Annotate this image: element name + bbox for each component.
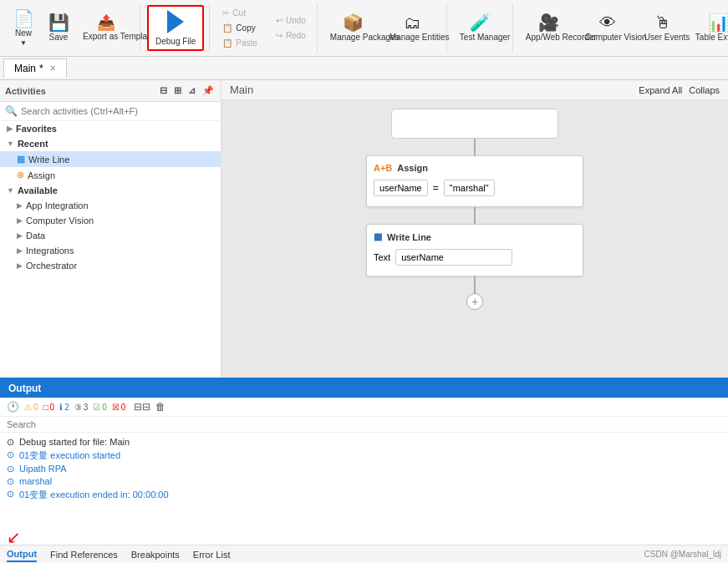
main-tab[interactable]: Main * × — [3, 58, 67, 78]
writeline-block-icon: ▦ — [374, 231, 382, 242]
computer-vision-item[interactable]: ▶ Computer Vision — [0, 213, 221, 228]
writeline-text-label: Text — [374, 252, 390, 262]
activities-header: Activities ⊟ ⊞ ⊿ 📌 — [0, 80, 221, 102]
breakpoints-tab[interactable]: Breakpoints — [131, 548, 180, 561]
assign-item[interactable]: ⊗ Assign — [0, 167, 221, 183]
assign-right-field[interactable]: "marshal" — [444, 180, 495, 196]
output-search[interactable] — [0, 417, 728, 433]
appweb-recorder-button[interactable]: 🎥 App/Web Recorder — [520, 10, 578, 47]
output-header: Output — [0, 379, 728, 398]
paste-button[interactable]: 📋Paste — [216, 36, 263, 50]
manage-packages-button[interactable]: 📦 Manage Packages — [324, 10, 382, 47]
bottom-tabs: Output Find References Breakpoints Error… — [0, 545, 728, 563]
writeline-block-label: Write Line — [387, 232, 431, 242]
workflow-diagram: A+B Assign userName = "marshal" — [366, 109, 583, 310]
available-arrow: ▼ — [7, 186, 14, 195]
error-list-tab[interactable]: Error List — [193, 548, 231, 561]
copy-button[interactable]: 📋Copy — [216, 21, 263, 35]
expand-all-button[interactable]: Expand All — [639, 85, 682, 95]
orchestrator-item[interactable]: ▶ Orchestrator — [0, 258, 221, 273]
ok-badge: ☑ 0 — [93, 403, 107, 412]
canvas-area: Main Expand All Collaps A+B Assign — [221, 80, 728, 378]
new-button[interactable]: 📄 New ▼ — [7, 6, 40, 51]
output-search-input[interactable] — [7, 419, 174, 429]
warn-badge: ⚠ 0 — [24, 403, 38, 412]
writeline-block[interactable]: ▦ Write Line Text userName — [366, 224, 583, 276]
undo-button[interactable]: ↩Undo — [270, 13, 312, 28]
assign-equals: = — [433, 182, 439, 194]
log-icon-3: ⊙ — [7, 464, 14, 474]
favorites-section[interactable]: ▶ Favorites — [0, 121, 221, 136]
assign-block-label: Assign — [397, 163, 428, 173]
add-activity-button[interactable]: + — [466, 293, 483, 310]
collapse-button[interactable]: Collaps — [689, 85, 720, 95]
log-line-5: ⊙ 01变量 execution ended in: 00:00:00 — [7, 488, 721, 502]
output-panel: Output 🕐 ⚠ 0 □ 0 ℹ 2 ③ 3 ☑ 0 ☒ 0 ⊟⊟ 🗑 ⊙ … — [0, 378, 728, 545]
assign-icon: ⊗ — [17, 170, 24, 180]
pin-icon[interactable]: 📌 — [201, 84, 216, 98]
collapse-panel-icon[interactable]: ⊟ — [158, 84, 169, 98]
x-badge: ☒ 0 — [112, 403, 126, 412]
available-section[interactable]: ▼ Available — [0, 183, 221, 198]
connector-2 — [474, 207, 476, 224]
activities-panel: Activities ⊟ ⊞ ⊿ 📌 🔍 ▶ Favorites — [0, 80, 221, 378]
log-line-2: ⊙ 01变量 execution started — [7, 449, 721, 463]
search-icon: 🔍 — [5, 105, 18, 117]
redo-button[interactable]: ↪Redo — [270, 28, 312, 43]
info-badge: ℹ 2 — [59, 403, 69, 412]
filter-output-icon[interactable]: ⊟⊟ — [134, 401, 150, 413]
expand-panel-icon[interactable]: ⊞ — [172, 84, 183, 98]
assign-block-icon: A+B — [374, 163, 392, 173]
log-line-1: ⊙ Debug started for file: Main — [7, 436, 721, 449]
clear-output-icon[interactable]: 🗑 — [155, 401, 165, 413]
verbose-badge: ③ 3 — [74, 403, 89, 412]
log-icon-5: ⊙ — [7, 489, 14, 500]
writeline-icon: ▦ — [17, 154, 25, 165]
log-icon-1: ⊙ — [7, 437, 14, 448]
recent-section[interactable]: ▼ Recent — [0, 136, 221, 151]
err-badge: □ 0 — [43, 403, 55, 412]
table-extraction-button[interactable]: 📊 Table Extraction — [690, 10, 728, 47]
writeline-item[interactable]: ▦ Write Line — [0, 151, 221, 167]
export-button[interactable]: 📤 Export as Template — [77, 11, 135, 46]
filter-icon[interactable]: ⊿ — [186, 84, 197, 98]
tab-modified: * — [39, 63, 43, 74]
computer-vision-button[interactable]: 👁 Computer Vision — [579, 10, 637, 47]
connector-1 — [474, 139, 476, 155]
tab-close-button[interactable]: × — [50, 63, 56, 74]
toolbar: 📄 New ▼ 💾 Save 📤 Export as Template Debu… — [0, 0, 728, 57]
find-references-tab[interactable]: Find References — [50, 548, 118, 561]
log-icon-2: ⊙ — [7, 449, 14, 460]
output-tab[interactable]: Output — [7, 547, 37, 562]
user-events-button[interactable]: 🖱 User Events — [639, 10, 688, 47]
integrations-item[interactable]: ▶ Integrations — [0, 243, 221, 258]
assign-block[interactable]: A+B Assign userName = "marshal" — [366, 155, 583, 207]
test-manager-button[interactable]: 🧪 Test Manager — [454, 10, 507, 47]
connector-3 — [474, 276, 476, 293]
canvas-header: Main Expand All Collaps — [221, 80, 728, 100]
clock-icon: 🕐 — [7, 401, 19, 413]
log-icon-4: ⊙ — [7, 476, 14, 487]
cut-button[interactable]: ✂Cut — [216, 6, 263, 20]
assign-left-field[interactable]: userName — [374, 180, 428, 196]
manage-entities-button[interactable]: 🗂 Manage Entities — [384, 10, 441, 47]
data-item[interactable]: ▶ Data — [0, 228, 221, 243]
save-button[interactable]: 💾 Save — [42, 10, 75, 46]
search-input[interactable] — [21, 106, 216, 116]
search-box[interactable]: 🔍 — [0, 102, 221, 121]
arrow-hint: ↙ — [7, 527, 721, 545]
breadcrumb: Main — [230, 84, 253, 96]
activities-tree: ▶ Favorites ▼ Recent ▦ Write Line ⊗ Assi… — [0, 121, 221, 378]
writeline-text-field[interactable]: userName — [395, 249, 512, 266]
recent-arrow: ▼ — [7, 139, 14, 148]
log-line-3: ⊙ Uipath RPA — [7, 463, 721, 475]
output-log: ⊙ Debug started for file: Main ⊙ 01变量 ex… — [0, 433, 728, 545]
log-line-4: ⊙ marshal — [7, 475, 721, 488]
tab-bar: Main * × — [0, 57, 728, 80]
output-toolbar: 🕐 ⚠ 0 □ 0 ℹ 2 ③ 3 ☑ 0 ☒ 0 ⊟⊟ 🗑 — [0, 398, 728, 417]
canvas-content[interactable]: A+B Assign userName = "marshal" — [221, 100, 728, 378]
debug-file-button[interactable]: Debug File — [147, 5, 204, 51]
csdn-watermark: CSDN @Marshal_ldj — [644, 550, 721, 559]
favorites-arrow: ▶ — [7, 124, 13, 133]
app-integration-item[interactable]: ▶ App Integration — [0, 198, 221, 213]
